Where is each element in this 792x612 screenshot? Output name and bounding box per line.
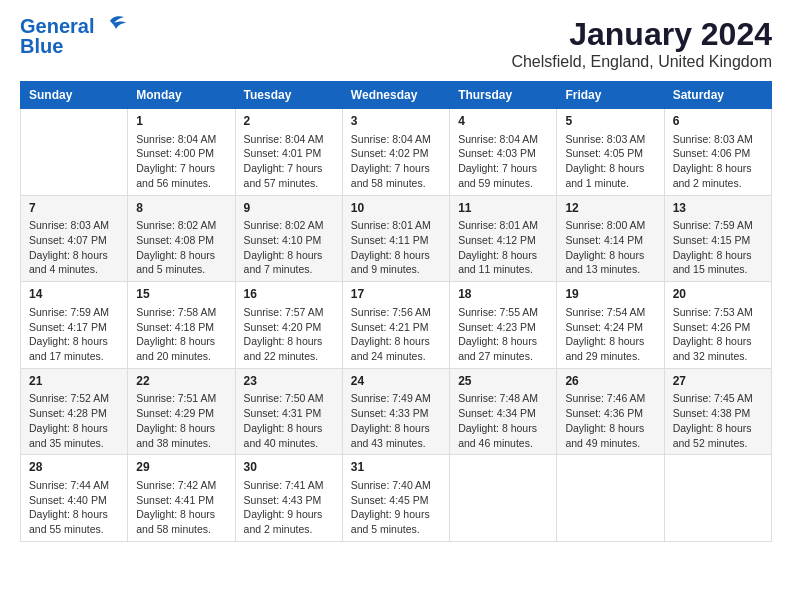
cell-content: Sunrise: 7:51 AMSunset: 4:29 PMDaylight:… <box>136 391 226 450</box>
cell-line: Daylight: 8 hours <box>673 161 763 176</box>
cell-line: Sunset: 4:23 PM <box>458 320 548 335</box>
cell-line: Daylight: 8 hours <box>458 421 548 436</box>
cell-line: Sunset: 4:14 PM <box>565 233 655 248</box>
calendar-cell: 18Sunrise: 7:55 AMSunset: 4:23 PMDayligh… <box>450 282 557 369</box>
cell-content: Sunrise: 8:03 AMSunset: 4:06 PMDaylight:… <box>673 132 763 191</box>
calendar-table: SundayMondayTuesdayWednesdayThursdayFrid… <box>20 81 772 542</box>
day-number: 3 <box>351 113 441 130</box>
cell-line: and 20 minutes. <box>136 349 226 364</box>
calendar-cell: 24Sunrise: 7:49 AMSunset: 4:33 PMDayligh… <box>342 368 449 455</box>
day-number: 24 <box>351 373 441 390</box>
calendar-cell: 26Sunrise: 7:46 AMSunset: 4:36 PMDayligh… <box>557 368 664 455</box>
cell-content: Sunrise: 7:46 AMSunset: 4:36 PMDaylight:… <box>565 391 655 450</box>
cell-line: Sunrise: 7:52 AM <box>29 391 119 406</box>
cell-line: and 17 minutes. <box>29 349 119 364</box>
cell-content: Sunrise: 8:02 AMSunset: 4:10 PMDaylight:… <box>244 218 334 277</box>
cell-line: and 2 minutes. <box>244 522 334 537</box>
cell-line: and 22 minutes. <box>244 349 334 364</box>
cell-line: Sunrise: 8:04 AM <box>244 132 334 147</box>
cell-line: and 4 minutes. <box>29 262 119 277</box>
cell-line: Sunrise: 8:04 AM <box>136 132 226 147</box>
cell-line: Sunrise: 7:56 AM <box>351 305 441 320</box>
cell-line: and 58 minutes. <box>136 522 226 537</box>
cell-line: Sunrise: 8:04 AM <box>351 132 441 147</box>
cell-line: Daylight: 8 hours <box>29 507 119 522</box>
calendar-cell <box>21 109 128 196</box>
calendar-row: 28Sunrise: 7:44 AMSunset: 4:40 PMDayligh… <box>21 455 772 542</box>
cell-line: Sunrise: 8:01 AM <box>458 218 548 233</box>
logo-bird-icon <box>96 13 126 41</box>
cell-content: Sunrise: 7:48 AMSunset: 4:34 PMDaylight:… <box>458 391 548 450</box>
cell-line: and 5 minutes. <box>136 262 226 277</box>
cell-content: Sunrise: 7:50 AMSunset: 4:31 PMDaylight:… <box>244 391 334 450</box>
cell-line: and 58 minutes. <box>351 176 441 191</box>
calendar-cell: 20Sunrise: 7:53 AMSunset: 4:26 PMDayligh… <box>664 282 771 369</box>
cell-line: Daylight: 9 hours <box>244 507 334 522</box>
day-number: 27 <box>673 373 763 390</box>
calendar-cell: 11Sunrise: 8:01 AMSunset: 4:12 PMDayligh… <box>450 195 557 282</box>
calendar-cell: 6Sunrise: 8:03 AMSunset: 4:06 PMDaylight… <box>664 109 771 196</box>
calendar-cell: 25Sunrise: 7:48 AMSunset: 4:34 PMDayligh… <box>450 368 557 455</box>
cell-content: Sunrise: 7:55 AMSunset: 4:23 PMDaylight:… <box>458 305 548 364</box>
cell-line: Sunset: 4:05 PM <box>565 146 655 161</box>
cell-line: Daylight: 7 hours <box>136 161 226 176</box>
weekday-header-row: SundayMondayTuesdayWednesdayThursdayFrid… <box>21 82 772 109</box>
calendar-cell: 9Sunrise: 8:02 AMSunset: 4:10 PMDaylight… <box>235 195 342 282</box>
cell-content: Sunrise: 8:04 AMSunset: 4:02 PMDaylight:… <box>351 132 441 191</box>
calendar-cell: 23Sunrise: 7:50 AMSunset: 4:31 PMDayligh… <box>235 368 342 455</box>
cell-line: Sunrise: 8:03 AM <box>565 132 655 147</box>
day-number: 21 <box>29 373 119 390</box>
calendar-cell: 27Sunrise: 7:45 AMSunset: 4:38 PMDayligh… <box>664 368 771 455</box>
title-block: January 2024 Chelsfield, England, United… <box>511 16 772 71</box>
cell-line: Sunrise: 7:45 AM <box>673 391 763 406</box>
cell-content: Sunrise: 8:01 AMSunset: 4:11 PMDaylight:… <box>351 218 441 277</box>
cell-line: and 1 minute. <box>565 176 655 191</box>
calendar-row: 14Sunrise: 7:59 AMSunset: 4:17 PMDayligh… <box>21 282 772 369</box>
cell-content: Sunrise: 8:01 AMSunset: 4:12 PMDaylight:… <box>458 218 548 277</box>
weekday-header-saturday: Saturday <box>664 82 771 109</box>
cell-line: Sunrise: 7:44 AM <box>29 478 119 493</box>
cell-content: Sunrise: 7:59 AMSunset: 4:17 PMDaylight:… <box>29 305 119 364</box>
cell-line: Sunset: 4:11 PM <box>351 233 441 248</box>
cell-line: and 35 minutes. <box>29 436 119 451</box>
day-number: 25 <box>458 373 548 390</box>
day-number: 18 <box>458 286 548 303</box>
cell-line: Sunrise: 7:40 AM <box>351 478 441 493</box>
cell-line: Sunrise: 8:02 AM <box>136 218 226 233</box>
cell-content: Sunrise: 8:03 AMSunset: 4:07 PMDaylight:… <box>29 218 119 277</box>
cell-content: Sunrise: 7:59 AMSunset: 4:15 PMDaylight:… <box>673 218 763 277</box>
calendar-cell <box>450 455 557 542</box>
cell-line: Sunset: 4:01 PM <box>244 146 334 161</box>
cell-line: Sunrise: 7:59 AM <box>673 218 763 233</box>
cell-line: Daylight: 8 hours <box>136 421 226 436</box>
calendar-cell: 10Sunrise: 8:01 AMSunset: 4:11 PMDayligh… <box>342 195 449 282</box>
cell-line: Sunset: 4:02 PM <box>351 146 441 161</box>
cell-line: Sunset: 4:41 PM <box>136 493 226 508</box>
cell-line: Daylight: 8 hours <box>565 248 655 263</box>
cell-line: and 46 minutes. <box>458 436 548 451</box>
cell-line: Sunset: 4:21 PM <box>351 320 441 335</box>
weekday-header-thursday: Thursday <box>450 82 557 109</box>
cell-line: and 32 minutes. <box>673 349 763 364</box>
cell-line: and 13 minutes. <box>565 262 655 277</box>
cell-line: and 57 minutes. <box>244 176 334 191</box>
cell-content: Sunrise: 8:03 AMSunset: 4:05 PMDaylight:… <box>565 132 655 191</box>
day-number: 8 <box>136 200 226 217</box>
cell-line: and 38 minutes. <box>136 436 226 451</box>
cell-content: Sunrise: 7:49 AMSunset: 4:33 PMDaylight:… <box>351 391 441 450</box>
cell-line: Daylight: 8 hours <box>136 334 226 349</box>
cell-line: Sunrise: 8:00 AM <box>565 218 655 233</box>
cell-line: Daylight: 8 hours <box>673 421 763 436</box>
calendar-cell: 13Sunrise: 7:59 AMSunset: 4:15 PMDayligh… <box>664 195 771 282</box>
calendar-cell: 7Sunrise: 8:03 AMSunset: 4:07 PMDaylight… <box>21 195 128 282</box>
cell-line: and 15 minutes. <box>673 262 763 277</box>
cell-line: Sunrise: 8:01 AM <box>351 218 441 233</box>
cell-line: Daylight: 8 hours <box>565 334 655 349</box>
cell-line: Sunset: 4:20 PM <box>244 320 334 335</box>
cell-line: and 27 minutes. <box>458 349 548 364</box>
day-number: 28 <box>29 459 119 476</box>
calendar-cell: 12Sunrise: 8:00 AMSunset: 4:14 PMDayligh… <box>557 195 664 282</box>
cell-line: Sunset: 4:28 PM <box>29 406 119 421</box>
day-number: 6 <box>673 113 763 130</box>
day-number: 2 <box>244 113 334 130</box>
